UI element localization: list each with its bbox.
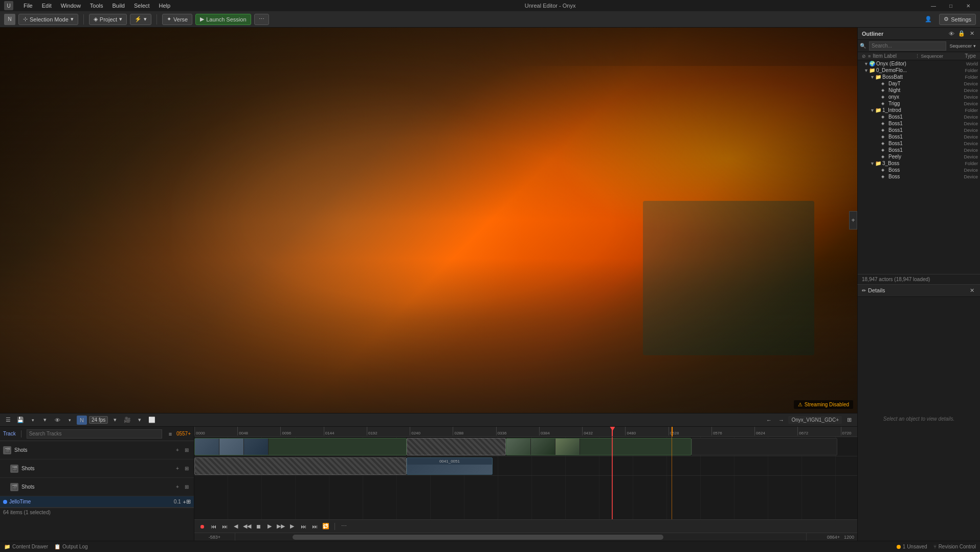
verse-button[interactable]: ✦ Verse: [162, 14, 192, 25]
menu-tools[interactable]: Tools: [86, 2, 107, 10]
details-close-btn[interactable]: ✕: [968, 286, 976, 294]
add-viewport-btn[interactable]: +: [849, 211, 857, 229]
menu-build[interactable]: Build: [108, 2, 129, 10]
seq-render-btn[interactable]: ⬜: [147, 416, 157, 425]
sequencer-options-btn[interactable]: ☰: [3, 416, 13, 425]
track-search[interactable]: [27, 429, 162, 439]
minimize-button[interactable]: —: [926, 0, 941, 11]
tree-item-boss1[interactable]: ◈ Boss1 Device: [858, 113, 980, 120]
track-add-btn-2[interactable]: +: [173, 465, 182, 473]
clip-1[interactable]: [194, 438, 407, 455]
pb-step-back-btn[interactable]: ◀: [231, 522, 240, 531]
pb-play-forward-btn[interactable]: ▶▶: [276, 522, 285, 531]
timeline-scroll-track[interactable]: [235, 535, 806, 539]
clip-6[interactable]: 0041_0051: [407, 457, 493, 475]
tree-item-boss1d[interactable]: ◈ Boss1 Device: [858, 133, 980, 140]
tree-item-peely[interactable]: ◈ Peely Device: [858, 153, 980, 160]
sequencer-undo-btn[interactable]: ▾: [28, 416, 38, 425]
toolbar-btn-2[interactable]: ⚡ ▾: [130, 14, 151, 25]
clip-5[interactable]: [194, 457, 407, 475]
tree-item-bossbatt[interactable]: ▼ 📁 BossBatt Folder: [858, 74, 980, 80]
tree-item-trigg[interactable]: ◈ Trigg Device: [858, 100, 980, 107]
clip-2[interactable]: [407, 438, 506, 455]
timeline-ruler[interactable]: 0000 0048 0096 0144 0192 0240 0288 0336 …: [194, 427, 857, 437]
pb-prev-key-btn[interactable]: ⏭: [220, 522, 229, 531]
content-drawer-btn[interactable]: 📁 Content Drawer: [4, 544, 48, 549]
menu-select[interactable]: Select: [130, 2, 154, 10]
output-log-btn[interactable]: 📋 Output Log: [54, 544, 87, 549]
more-button[interactable]: ⋯: [254, 14, 269, 25]
tree-item-dayt[interactable]: ◈ DayT Device: [858, 80, 980, 87]
seq-nav-back[interactable]: ←: [764, 416, 774, 425]
tree-item-boss1b[interactable]: ◈ Boss1 Device: [858, 120, 980, 127]
settings-button[interactable]: ⚙ Settings: [939, 14, 976, 25]
tree-item-boss1e[interactable]: ◈ Boss1 Device: [858, 140, 980, 147]
pb-stop-btn[interactable]: ⏹: [254, 522, 263, 531]
track-options-btn-2[interactable]: ⊞: [183, 465, 191, 473]
track-row-shots-3[interactable]: 🎬 Shots + ⊞: [0, 478, 194, 496]
sequencer-filter-btn[interactable]: ▾: [40, 416, 50, 425]
sequencer-dropdown[interactable]: Sequencer ▾: [947, 41, 978, 51]
track-add-btn-3[interactable]: +: [173, 483, 182, 491]
track-options-btn-1[interactable]: ⊞: [183, 446, 191, 454]
tree-item-boss-b[interactable]: ◈ Boss Device: [858, 173, 980, 180]
menu-edit[interactable]: Edit: [38, 2, 56, 10]
tree-item-boss1c[interactable]: ◈ Boss1 Device: [858, 127, 980, 133]
unsaved-status[interactable]: 1 Unsaved: [897, 544, 927, 549]
pb-next-key-btn[interactable]: ⏭: [299, 522, 308, 531]
jello-options-btn[interactable]: ⊞: [186, 498, 191, 505]
user-icon-button[interactable]: 👤: [921, 14, 936, 25]
seq-panel-btn[interactable]: ⊞: [844, 416, 854, 425]
tree-item-boss-a[interactable]: ◈ Boss Device: [858, 167, 980, 173]
outliner-close-btn[interactable]: ✕: [968, 30, 976, 38]
pb-options-btn[interactable]: ⋯: [339, 522, 348, 531]
outliner-eye-btn[interactable]: 👁: [947, 30, 955, 38]
sequencer-save-btn[interactable]: 💾: [15, 416, 26, 425]
pb-rec-btn[interactable]: ⏺: [197, 522, 207, 531]
maximize-button[interactable]: □: [943, 0, 959, 11]
project-button[interactable]: ◈ Project ▾: [89, 14, 127, 25]
launch-session-button[interactable]: ▶ Launch Session: [195, 14, 251, 25]
tree-item-boss1f[interactable]: ◈ Boss1 Device: [858, 147, 980, 153]
pb-step-forward-btn[interactable]: ▶: [287, 522, 297, 531]
fps-dropdown[interactable]: ▾: [110, 416, 120, 425]
pb-end-btn[interactable]: ⏭: [310, 522, 319, 531]
sequencer-lock-btn[interactable]: ▾: [64, 416, 75, 425]
seq-more-btn[interactable]: ▾: [135, 416, 145, 425]
track-row-shots-1[interactable]: 🎬 Shots + ⊞: [0, 441, 194, 459]
timeline-scroll-thumb[interactable]: [293, 535, 663, 540]
track-row-shots-2[interactable]: 🎬 Shots + ⊞: [0, 459, 194, 478]
track-filter-btn[interactable]: ≡: [166, 430, 174, 438]
pb-play-reverse-btn[interactable]: ◀◀: [242, 522, 252, 531]
track-options-btn-3[interactable]: ⊞: [183, 483, 191, 491]
menu-file[interactable]: File: [19, 2, 37, 10]
sequencer-snap-btn[interactable]: N: [77, 416, 87, 425]
outliner-search[interactable]: [869, 41, 946, 51]
pb-play-btn[interactable]: ▶: [265, 522, 274, 531]
tree-item-onyx[interactable]: ▼ 🌍 Onyx (Editor) World: [858, 60, 980, 67]
sequencer-eye-btn[interactable]: 👁: [52, 416, 62, 425]
clip-3[interactable]: [506, 438, 692, 455]
track-add-btn-1[interactable]: +: [173, 446, 182, 454]
tree-item-onyx2[interactable]: ◈ onyx Device: [858, 94, 980, 100]
jello-time-row[interactable]: JelloTime 0.1 + ⊞: [0, 496, 194, 508]
selection-mode-button[interactable]: ⊹ Selection Mode ▾: [18, 14, 78, 25]
outliner-lock-btn[interactable]: 🔒: [957, 30, 966, 38]
seq-cam-btn[interactable]: 🎥: [122, 416, 132, 425]
tree-item-3boss[interactable]: ▼ 📁 3_Boss Folder: [858, 160, 980, 167]
revision-control-btn[interactable]: ⑂ Revision Control: [933, 544, 976, 549]
menu-window[interactable]: Window: [57, 2, 85, 10]
tree-item-demoflo[interactable]: ▼ 📁 0_DemoFlo... Folder: [858, 67, 980, 74]
sequencer-name[interactable]: Onyx_VIGN1_GDC+: [788, 416, 842, 424]
fps-badge[interactable]: 24 fps: [89, 416, 108, 424]
clip-4[interactable]: [692, 438, 837, 455]
tree-item-1introd[interactable]: ▼ 📁 1_Introd Folder: [858, 107, 980, 113]
timeline-content[interactable]: 0041_0051: [194, 437, 857, 519]
menu-help[interactable]: Help: [155, 2, 175, 10]
seq-nav-forward[interactable]: →: [776, 416, 786, 425]
viewport[interactable]: ⚠ Streaming Disabled +: [0, 28, 857, 413]
close-button[interactable]: ✕: [961, 0, 976, 11]
pb-start-btn[interactable]: ⏮: [209, 522, 218, 531]
pb-loop-btn[interactable]: 🔁: [321, 522, 330, 531]
tree-item-night[interactable]: ◈ Night Device: [858, 87, 980, 94]
